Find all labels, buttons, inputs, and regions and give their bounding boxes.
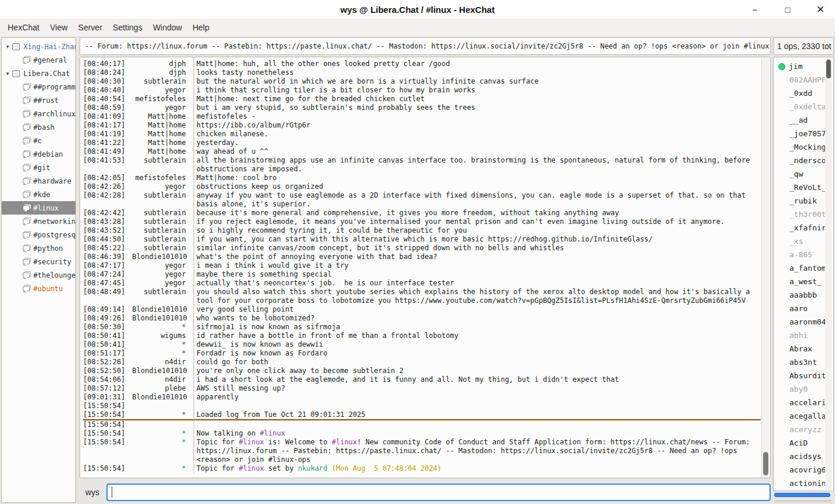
sidebar-item-git[interactable]: #git [2, 161, 75, 174]
message-text: Matt|home: cool bro [191, 174, 751, 182]
sidebar-item-kde[interactable]: #kde [2, 188, 75, 201]
user-row-_MockingM[interactable]: _MockingM [774, 140, 833, 154]
channel-icon [23, 98, 30, 103]
message-segment: obstructions keep us organized [196, 182, 323, 191]
user-row-actioninj[interactable]: actioninj [774, 477, 833, 490]
channel-label: #postgresql [33, 231, 75, 239]
menu-view[interactable]: View [44, 20, 73, 34]
chat-scrollbar-thumb[interactable] [763, 452, 768, 475]
user-row-aaabbb[interactable]: aaabbb [774, 288, 833, 302]
channel-icon [23, 165, 30, 170]
message-text: dewwii_ is now known as dewwii [191, 340, 751, 349]
sidebar-item-linux[interactable]: #linux [2, 201, 75, 215]
menu-settings[interactable]: Settings [108, 20, 148, 34]
sidebar-item-programming[interactable]: ##programming [2, 80, 75, 94]
menu-help[interactable]: Help [187, 20, 215, 34]
user-row-acidsys[interactable]: acidsys [774, 450, 833, 463]
chat-row: [08:44:50]subtlerainif you want, you can… [83, 235, 770, 244]
user-row-082AAHPF6[interactable]: 082AAHPF6 [774, 73, 833, 87]
text-caret [112, 487, 112, 498]
timestamp: [08:52:50] [83, 367, 132, 375]
menu-hexchat[interactable]: HexChat [2, 20, 44, 34]
user-row-_joe7057[interactable]: _joe7057 [774, 127, 833, 140]
message-segment-purple: #linux [239, 464, 264, 472]
message-segment-teal: nkukard [298, 464, 327, 472]
userlist-header: 1 ops, 2330 tot [773, 37, 834, 55]
user-row-abhi[interactable]: abhi [774, 329, 833, 342]
userlist-scrollbar[interactable] [825, 58, 832, 489]
timestamp: [08:51:17] [83, 349, 132, 358]
message-segment: i think that scrolling tiler is a bit cl… [196, 86, 475, 94]
expander-icon[interactable]: ▾ [3, 70, 12, 77]
message-segment: yesterday. [196, 139, 239, 147]
userlist-hscrollbar-thumb[interactable] [774, 493, 830, 497]
user-row-jim[interactable]: jim [774, 60, 833, 73]
sidebar-item-python[interactable]: #python [2, 241, 75, 255]
user-row-acegalla-[interactable]: acegalla- [774, 409, 833, 423]
user-row-aby0[interactable]: aby0 [774, 382, 833, 396]
chat-row: [08:46:39]Blondie101010what's the point … [83, 253, 770, 261]
userlist-scrollbar-thumb[interactable] [826, 60, 831, 78]
user-row-a_west_[interactable]: a_west_ [774, 275, 833, 288]
user-row-Abrax[interactable]: Abrax [774, 342, 833, 355]
user-row-_0xdelta[interactable]: _0xdelta [774, 100, 833, 113]
user-row-acovrig60[interactable]: acovrig60 [774, 463, 833, 477]
minimize-icon[interactable]: − [747, 2, 762, 17]
sidebar-item-rust[interactable]: ##rust [2, 94, 75, 107]
channel-label: #general [33, 56, 67, 64]
menu-window[interactable]: Window [147, 20, 187, 34]
sidebar-item-hardware[interactable]: #hardware [2, 174, 75, 188]
sidebar-item-postgresql[interactable]: #postgresql [2, 228, 75, 241]
user-row-accelario[interactable]: accelario [774, 396, 833, 409]
menu-server[interactable]: Server [73, 20, 108, 34]
user-row-_xs[interactable]: _xs [774, 234, 833, 248]
chat-row: [08:54:06]n4diri had a short look at the… [83, 375, 770, 384]
sidebar-item-c[interactable]: #c [2, 134, 75, 147]
user-row-a_fantom[interactable]: a_fantom [774, 261, 833, 275]
tree-server-libera.chat[interactable]: ▾Libera.Chat [2, 67, 75, 80]
user-row-_nderscor[interactable]: _nderscor [774, 154, 833, 167]
expander-icon[interactable]: ▾ [3, 43, 12, 50]
channel-icon [23, 259, 30, 264]
sidebar-item-debian[interactable]: #debian [2, 147, 75, 161]
user-row-aceryzz[interactable]: aceryzz [774, 423, 833, 436]
tree-server-xing-hai-zhang[interactable]: ▾Xing-Hai-Zhang [2, 40, 75, 53]
user-row-_rubik[interactable]: _rubik [774, 194, 833, 208]
sidebar-item-archlinux[interactable]: #archlinux [2, 107, 75, 120]
sidebar-item-thelounge[interactable]: #thelounge [2, 268, 75, 282]
timestamp: [08:40:54] [83, 95, 132, 103]
channel-label: #git [33, 164, 50, 172]
user-row-_0xdd[interactable]: _0xdd [774, 87, 833, 100]
user-row-AciD[interactable]: AciD [774, 436, 833, 450]
op-status-icon [778, 63, 785, 70]
message-text: https://ibb.co/album/rGtp6r [191, 121, 751, 130]
userlist-hscrollbar[interactable] [774, 493, 834, 498]
user-row-aaro[interactable]: aaro [774, 302, 833, 315]
message-segment: similar infinite canvas/zoom concept, bu… [196, 244, 564, 252]
channel-icon [23, 219, 30, 224]
channel-icon [23, 178, 30, 184]
user-row-aaronm04[interactable]: aaronm04 [774, 315, 833, 329]
sidebar-item-general[interactable]: #general [2, 53, 75, 67]
user-row-_qw[interactable]: _qw [774, 167, 833, 181]
sidebar-item-networking[interactable]: #networking [2, 215, 75, 228]
nick: djph [132, 68, 191, 77]
message-input[interactable] [106, 484, 771, 501]
maximize-icon[interactable]: □ [780, 2, 795, 17]
sidebar-item-bash[interactable]: #bash [2, 120, 75, 134]
timestamp: [08:47:17] [83, 261, 132, 270]
user-row-_th3r00t[interactable]: _th3r00t [774, 208, 833, 221]
sidebar-item-security[interactable]: #security [2, 255, 75, 268]
user-row-__ad[interactable]: __ad [774, 113, 833, 127]
user-row-abs3nt[interactable]: abs3nt [774, 355, 833, 369]
user-row-_ReVoLt_[interactable]: _ReVoLt_ [774, 181, 833, 194]
sidebar-item-ubuntu[interactable]: #ubuntu [2, 282, 75, 295]
topic-bar[interactable]: -- Forum: https://linux.forum -- Pastebi… [80, 37, 771, 55]
user-row-_xfafnir[interactable]: _xfafnir [774, 221, 833, 234]
user-nick: _xs [789, 237, 803, 246]
chat-scrollbar[interactable] [761, 58, 769, 477]
user-row-a-865[interactable]: a-865 [774, 248, 833, 261]
user-row-Absurdity[interactable]: Absurdity [774, 369, 833, 382]
close-icon[interactable]: ✕ [813, 2, 828, 17]
user-nick: _qw [789, 170, 803, 178]
